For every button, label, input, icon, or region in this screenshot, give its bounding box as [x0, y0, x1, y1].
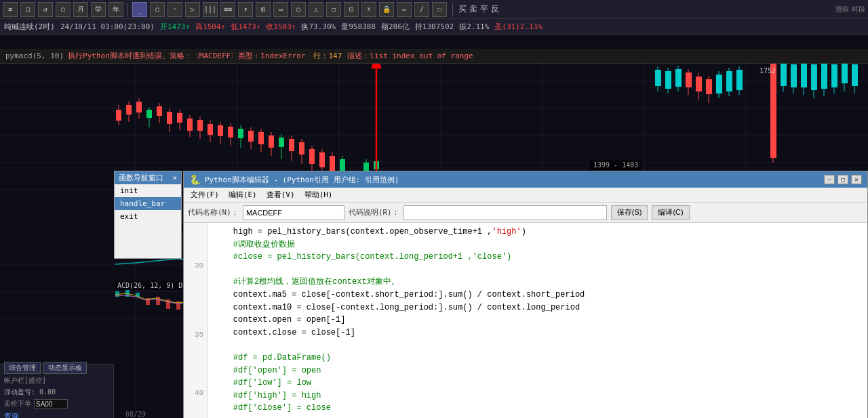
line-numbers: 30 35 40 45	[184, 223, 208, 418]
svg-rect-19	[126, 105, 132, 114]
menu-file[interactable]: 文件(F)	[186, 189, 223, 201]
save-button[interactable]: 保存(S)	[611, 205, 648, 220]
auth-btn[interactable]: 授权	[835, 5, 849, 14]
toolbar-icon-5[interactable]: 月	[73, 2, 88, 17]
toolbar-icon-17[interactable]: ○	[291, 2, 306, 17]
toolbar-icon-21[interactable]: ☓	[361, 2, 376, 17]
toolbar-icon-13[interactable]: ≡≡	[220, 2, 235, 17]
svg-rect-73	[686, 72, 692, 87]
func-navigator-window: 函数导航窗口 × init handle_bar exit	[114, 171, 182, 259]
svg-rect-95	[821, 63, 827, 89]
svg-rect-43	[248, 131, 254, 142]
func-nav-item-handle-bar[interactable]: handle_bar	[115, 197, 181, 210]
compile-button[interactable]: 编译(C)	[652, 205, 689, 220]
minimize-button[interactable]: —	[824, 175, 835, 184]
func-nav-close-icon[interactable]: ×	[172, 173, 177, 182]
toolbar-icon-7[interactable]: 年	[108, 2, 123, 17]
change-label: 换73.30%	[301, 22, 336, 32]
tab-general[interactable]: 综合管理	[4, 362, 41, 374]
price-input[interactable]	[34, 399, 68, 409]
toolbar-icon-18[interactable]: △	[309, 2, 323, 17]
svg-rect-61	[340, 159, 345, 171]
svg-rect-71	[675, 69, 682, 87]
toolbar-icon-20[interactable]: ⊡	[344, 2, 359, 17]
error-prefix: pymacd(5, 10)	[5, 51, 64, 60]
svg-rect-45	[258, 132, 264, 144]
toolbar-icon-11[interactable]: ▷	[185, 2, 200, 17]
menu-edit[interactable]: 编辑(E)	[224, 189, 261, 201]
price-label: 卖价下单	[4, 399, 31, 409]
toolbar-icon-22[interactable]: 🔒	[379, 2, 394, 17]
editor-window: 🐍 Python脚本编辑器 - (Python引用 用户组: 引用范例) — □…	[183, 171, 868, 418]
float-profit-row: 浮动盈亏: 0.00	[4, 388, 109, 397]
toolbar-icon-6[interactable]: 学	[91, 2, 106, 17]
toolbar-icon-15[interactable]: ⊞	[256, 2, 271, 17]
svg-rect-35	[208, 124, 213, 135]
toolbar-icon-4[interactable]: ○	[56, 2, 71, 17]
amount-label: 额286亿	[381, 22, 410, 32]
price-row: 卖价下单	[4, 399, 109, 409]
svg-rect-39	[228, 127, 233, 138]
toolbar-icon-14[interactable]: ↟	[238, 2, 253, 17]
code-desc-label: 代码说明(R)：	[349, 207, 399, 217]
editor-title-bar[interactable]: 🐍 Python脚本编辑器 - (Python引用 用户组: 引用范例) — □…	[184, 171, 867, 188]
toolbar-icon-3[interactable]: ↺	[38, 2, 53, 17]
error-desc: 描述：list index out of range	[347, 51, 473, 61]
svg-rect-31	[187, 119, 193, 131]
toolbar-icon-23[interactable]: ▱	[397, 2, 412, 17]
toolbar-icon-24[interactable]: /	[414, 2, 429, 17]
func-nav-item-exit[interactable]: exit	[115, 210, 181, 223]
tab-dynamic[interactable]: 动态显示板	[43, 362, 87, 374]
query-link[interactable]: 查询	[4, 411, 19, 419]
svg-rect-79	[716, 75, 722, 93]
toolbar-icon-10[interactable]: ·	[167, 2, 182, 17]
sell-button[interactable]: 卖	[469, 3, 477, 15]
toolbar-icon-12[interactable]: |||	[203, 2, 218, 17]
svg-rect-93	[811, 64, 817, 90]
svg-text:1752: 1752	[760, 67, 776, 75]
code-desc-input[interactable]	[403, 205, 607, 220]
buy-button[interactable]: 买	[458, 3, 467, 15]
toolbar-icon-1[interactable]: ≡	[3, 2, 18, 17]
menu-view[interactable]: 查看(V)	[262, 189, 299, 201]
func-nav-title[interactable]: 函数导航窗口 ×	[115, 171, 181, 184]
account-row: 帐户栏[盛控]	[4, 376, 109, 385]
symbol-label[interactable]: 纯碱连续(2时)	[4, 22, 55, 32]
toolbar-icon-active[interactable]: _	[132, 2, 147, 17]
svg-rect-99	[842, 63, 848, 83]
svg-rect-17	[116, 110, 121, 121]
svg-text:08/29: 08/29	[125, 411, 146, 418]
svg-rect-29	[177, 113, 182, 123]
high-label: 高1504↑	[195, 22, 225, 32]
low-label: 低1473↑	[231, 22, 260, 32]
close-button[interactable]: ×	[851, 175, 862, 184]
bottom-left-panel: 综合管理 动态显示板 帐户栏[盛控] 浮动盈亏: 0.00 卖价下单 查询	[0, 364, 114, 418]
toolbar-icon-25[interactable]: ☐	[432, 2, 447, 17]
editor-menu-bar: 文件(F) 编辑(E) 查看(V) 帮助(H)	[184, 188, 867, 203]
svg-text:1399 - 1403: 1399 - 1403	[593, 161, 638, 169]
bottom-tabs-row: 综合管理 动态显示板	[4, 362, 109, 374]
svg-rect-53	[299, 142, 304, 154]
code-content[interactable]: high = pel_history_bars(context.open_obs…	[208, 223, 867, 418]
time-btn[interactable]: 时段	[852, 5, 865, 14]
menu-help[interactable]: 帮助(H)	[300, 189, 337, 201]
toolbar-icon-16[interactable]: ▭	[273, 2, 288, 17]
svg-rect-51	[289, 139, 294, 151]
svg-rect-81	[726, 71, 732, 91]
editor-title-text: Python脚本编辑器 - (Python引用 用户组: 引用范例)	[205, 175, 399, 185]
code-name-input[interactable]	[243, 205, 344, 220]
toolbar-icon-9[interactable]: ○	[150, 2, 165, 17]
reverse-button[interactable]: 反	[491, 3, 499, 15]
svg-rect-101	[852, 64, 858, 86]
toolbar-icon-19[interactable]: ◻	[326, 2, 341, 17]
close-label: 收1503↑	[266, 22, 296, 32]
func-nav-item-init[interactable]: init	[115, 184, 181, 197]
svg-rect-69	[665, 71, 671, 89]
error-line: 行：147	[313, 51, 342, 61]
code-name-label: 代码名称(N)：	[188, 207, 239, 217]
flat-button[interactable]: 平	[480, 3, 488, 15]
error-bar: pymacd(5, 10) 执行Python脚本时遇到错误。策略：〈MACDEF…	[0, 49, 868, 64]
toolbar-icon-2[interactable]: □	[20, 2, 35, 17]
maximize-button[interactable]: □	[837, 175, 848, 184]
svg-rect-23	[146, 110, 152, 118]
